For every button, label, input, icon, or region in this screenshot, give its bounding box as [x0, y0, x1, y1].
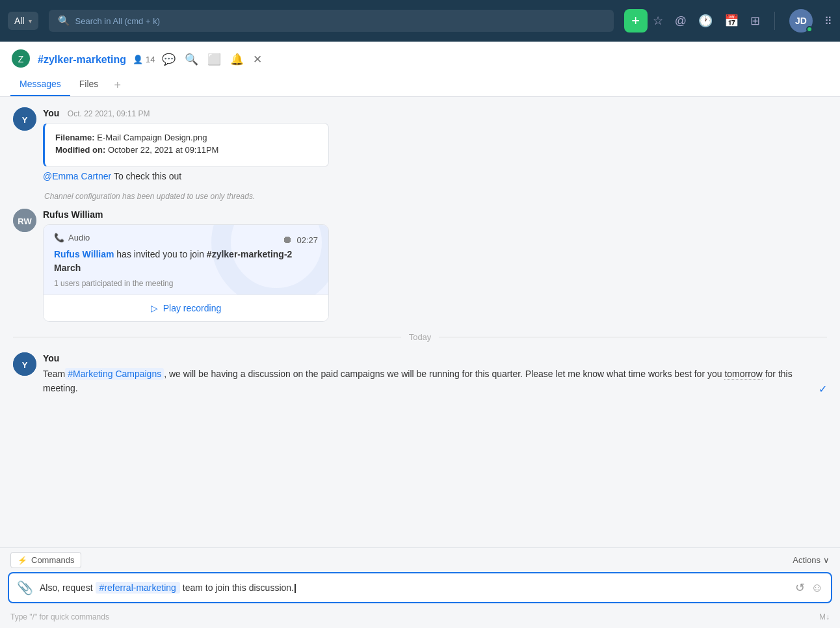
- calendar-icon[interactable]: 📅: [724, 14, 739, 28]
- main-layout: Z #zylker-marketing 👤 14 💬 🔍 ⬜ 🔔 ✕: [0, 42, 840, 628]
- tab-files[interactable]: Files: [70, 75, 108, 96]
- audio-duration: ⏺ 02:27: [282, 234, 318, 246]
- tomorrow-underlined: tomorrow: [724, 369, 762, 380]
- system-message: Channel configuration has been updated t…: [44, 192, 827, 201]
- header-actions: 💬 🔍 ⬜ 🔔 ✕: [162, 53, 262, 66]
- nav-icons: ☆ @ 🕐 📅 ⊞ JD ⠿: [653, 9, 832, 33]
- refresh-icon[interactable]: ↺: [795, 581, 805, 595]
- file-row-modified: Modified on: October 22, 2021 at 09:11PM: [55, 145, 318, 155]
- message-group-rufus: RW Rufus William 📞 Audio ⏺: [13, 209, 827, 322]
- input-suffix: team to join this discussion.: [180, 582, 294, 593]
- mention-text: @Emma Cartner To check this out: [43, 171, 827, 181]
- star-icon[interactable]: ☆: [653, 14, 663, 28]
- message-content-you-file: You Oct. 22 2021, 09:11 PM Filename: E-M…: [43, 107, 827, 181]
- message-group-you-file: Y You Oct. 22 2021, 09:11 PM Filename: E…: [13, 107, 827, 181]
- global-search[interactable]: 🔍 Search in All (cmd + k): [49, 10, 614, 32]
- audio-label-text: Audio: [68, 233, 90, 242]
- message-input-area: 📎 Also, request #referral-marketing team…: [8, 572, 832, 603]
- message-group-today: Y You Team#Marketing Campaigns, we will …: [13, 352, 827, 398]
- hashtag-mention[interactable]: #referral-marketing: [96, 582, 180, 594]
- top-nav: All ▾ 🔍 Search in All (cmd + k) + ☆ @ 🕐 …: [0, 0, 840, 42]
- chevron-down-icon: ▾: [29, 18, 32, 25]
- grid-icon[interactable]: ⠿: [824, 15, 832, 27]
- channel-panel: Z #zylker-marketing 👤 14 💬 🔍 ⬜ 🔔 ✕: [0, 42, 840, 628]
- add-button[interactable]: +: [624, 9, 648, 33]
- markdown-label: M↓: [819, 612, 830, 621]
- members-count: 14: [146, 55, 155, 64]
- online-status-dot: [806, 26, 813, 33]
- search-icon: 🔍: [58, 15, 70, 27]
- audio-card-top: 📞 Audio ⏺ 02:27 Rufus William has invite…: [44, 225, 328, 294]
- emoji-icon[interactable]: ☺: [811, 581, 823, 595]
- team-icon[interactable]: ⊞: [750, 14, 760, 28]
- messages-area: Y You Oct. 22 2021, 09:11 PM Filename: E…: [0, 97, 840, 547]
- attach-icon[interactable]: 📎: [17, 580, 33, 595]
- svg-text:Z: Z: [18, 54, 24, 64]
- actions-label: Actions: [793, 555, 820, 565]
- message-time-you: Oct. 22 2021, 09:11 PM: [68, 109, 150, 118]
- rufus-name-link[interactable]: Rufus William: [54, 249, 114, 259]
- actions-chevron: ∨: [823, 555, 830, 565]
- svg-text:Y: Y: [22, 115, 28, 125]
- tab-add[interactable]: +: [107, 75, 127, 96]
- meeting-info: Rufus William has invited you to join #z…: [54, 248, 318, 275]
- channel-mention[interactable]: #Marketing Campaigns: [65, 368, 164, 380]
- thread-icon[interactable]: 💬: [162, 53, 176, 66]
- phone-icon: 📞: [54, 233, 64, 242]
- channel-tabs: Messages Files +: [10, 75, 262, 96]
- search-header-icon[interactable]: 🔍: [185, 53, 198, 66]
- tab-messages[interactable]: Messages: [10, 75, 70, 96]
- record-dot: ⏺: [282, 234, 293, 246]
- markdown-icon[interactable]: M↓: [819, 612, 830, 621]
- modified-value: October 22, 2021 at 09:11PM: [108, 145, 219, 155]
- file-card: Filename: E-Mail Campaign Design.png Mod…: [43, 123, 329, 167]
- user-avatar[interactable]: JD: [789, 9, 813, 33]
- svg-text:RW: RW: [18, 216, 32, 226]
- participants: 1 users participated in the meeting: [54, 279, 318, 288]
- commands-label: Commands: [31, 555, 74, 565]
- sender-rufus: Rufus William: [43, 209, 103, 220]
- cursor: [295, 584, 296, 593]
- file-row-name: Filename: E-Mail Campaign Design.png: [55, 133, 318, 142]
- message-content-today: You Team#Marketing Campaigns, we will be…: [43, 352, 827, 398]
- avatar-rufus: RW: [13, 209, 36, 232]
- play-icon: ▷: [151, 303, 158, 313]
- sender-today: You: [43, 353, 59, 363]
- nav-separator: [774, 12, 775, 30]
- play-recording-button[interactable]: ▷ Play recording: [44, 294, 328, 321]
- screen-icon[interactable]: ⬜: [207, 53, 221, 66]
- invite-mid: has invited you to join: [116, 249, 207, 259]
- avatar-today-you: Y: [13, 352, 36, 376]
- close-icon[interactable]: ✕: [253, 53, 262, 66]
- members-icon: 👤: [133, 55, 143, 64]
- audio-label: 📞 Audio ⏺ 02:27: [54, 233, 318, 242]
- bell-icon[interactable]: 🔔: [230, 53, 244, 66]
- filename-value: E-Mail Campaign Design.png: [97, 133, 207, 142]
- commands-icon: ⚡: [18, 556, 27, 565]
- input-prefix: Also, request: [40, 582, 96, 593]
- quick-commands-hint: Type "/" for quick commands: [10, 612, 109, 621]
- audio-card: 📞 Audio ⏺ 02:27 Rufus William has invite…: [43, 224, 329, 322]
- clock-icon[interactable]: 🕐: [698, 14, 713, 28]
- date-divider: Today: [13, 332, 827, 342]
- workspace-dropdown[interactable]: All ▾: [8, 12, 38, 30]
- message-input[interactable]: Also, request #referral-marketing team t…: [40, 582, 789, 593]
- sender-you: You: [43, 108, 59, 118]
- modified-label: Modified on:: [55, 145, 105, 155]
- channel-title-row: Z #zylker-marketing 👤 14 💬 🔍 ⬜ 🔔 ✕: [10, 48, 262, 71]
- today-message-body: Team#Marketing Campaigns, we will be hav…: [43, 367, 827, 396]
- at-icon[interactable]: @: [675, 14, 687, 28]
- commands-button[interactable]: ⚡ Commands: [10, 552, 81, 568]
- message-content-rufus: Rufus William 📞 Audio ⏺ 02:27: [43, 209, 827, 322]
- date-divider-text: Today: [409, 332, 432, 342]
- channel-header: Z #zylker-marketing 👤 14 💬 🔍 ⬜ 🔔 ✕: [0, 42, 840, 97]
- channel-name[interactable]: #zylker-marketing: [38, 54, 126, 66]
- workspace-label: All: [14, 16, 25, 26]
- bottom-hint: Type "/" for quick commands M↓: [0, 608, 840, 628]
- avatar-you: Y: [13, 107, 36, 131]
- channel-logo: Z: [10, 48, 31, 71]
- svg-text:Y: Y: [22, 360, 28, 370]
- actions-button[interactable]: Actions ∨: [793, 555, 830, 565]
- filename-label: Filename:: [55, 133, 95, 142]
- mention-name[interactable]: @Emma Cartner: [43, 171, 111, 181]
